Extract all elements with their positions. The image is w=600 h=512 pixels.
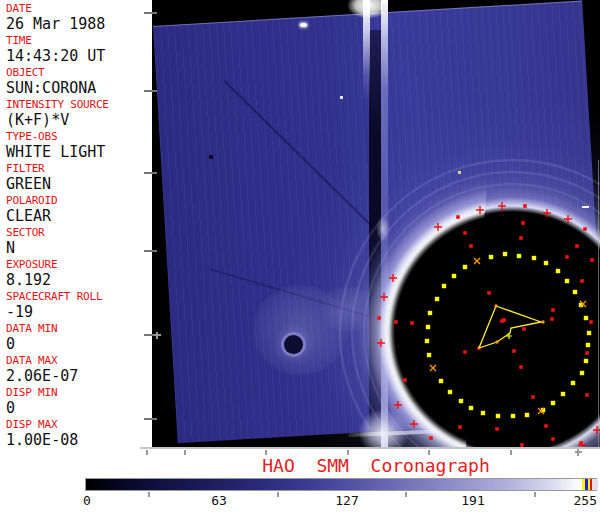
- field-value: -19: [6, 303, 152, 321]
- ring-marker-yellow: [503, 252, 507, 256]
- colorbar-tick-label: 0: [83, 494, 91, 508]
- field-value: 1.00E-08: [6, 431, 152, 449]
- fiducial-plus-red: [564, 215, 572, 223]
- star-marker-red: [550, 317, 554, 321]
- colorbar-tick-label: 63: [204, 494, 234, 508]
- metadata-field: SPACECRAFT ROLL-19: [6, 290, 152, 322]
- star-marker-red: [590, 258, 594, 262]
- ring-marker-yellow: [584, 316, 588, 320]
- colorbar-tick-label: 191: [455, 494, 491, 508]
- star-marker-red: [523, 204, 527, 208]
- field-value: N: [6, 239, 152, 257]
- ring-marker-yellow: [428, 311, 432, 315]
- star-marker-red: [403, 378, 407, 382]
- field-value: WHITE LIGHT: [6, 143, 152, 161]
- star-marker-red: [463, 231, 467, 235]
- fiducial-plus-red: [380, 293, 388, 301]
- star-marker-red: [410, 321, 414, 325]
- field-value: 26 Mar 1988: [6, 15, 152, 33]
- ring-marker-yellow: [580, 371, 584, 375]
- diffraction-ring: [364, 184, 600, 447]
- yellow-plus-marker: [506, 333, 512, 339]
- star-marker-red: [429, 436, 433, 440]
- field-label: DISP MIN: [6, 386, 152, 399]
- ring-marker-yellow: [425, 339, 429, 343]
- field-label: INTENSITY SOURCE: [6, 98, 152, 111]
- colorbar-tick-label: 255: [567, 494, 597, 508]
- intensity-colorbar: [85, 478, 597, 491]
- metadata-panel: DATE26 Mar 1988TIME14:43:20 UTOBJECTSUN:…: [6, 2, 152, 449]
- metadata-field: DATA MIN0: [6, 322, 152, 354]
- field-label: TYPE-OBS: [6, 130, 152, 143]
- star-marker-red: [519, 236, 523, 240]
- star-marker-red: [495, 427, 499, 431]
- field-value: (K+F)*V: [6, 111, 152, 129]
- field-label: FILTER: [6, 162, 152, 175]
- star-marker-red: [456, 215, 460, 219]
- star-marker-red: [580, 279, 584, 283]
- star-marker-red: [458, 425, 462, 429]
- ring-marker-yellow: [496, 414, 500, 418]
- ring-marker-yellow: [587, 331, 591, 335]
- left-axis-tick: [144, 12, 157, 14]
- field-label: EXPOSURE: [6, 258, 152, 271]
- left-axis-tick: [144, 90, 157, 92]
- star-marker-red: [512, 349, 516, 353]
- star-marker-red: [487, 291, 491, 295]
- star-marker-red: [565, 255, 569, 259]
- star-marker-red: [521, 221, 525, 225]
- field-value: 2.06E-07: [6, 367, 152, 385]
- ring-marker-yellow: [556, 269, 560, 273]
- metadata-field: DISP MAX1.00E-08: [6, 418, 152, 450]
- ring-marker-yellow: [525, 413, 529, 417]
- ring-marker-yellow: [489, 255, 493, 259]
- star-marker-red: [531, 395, 535, 399]
- metadata-field: POLAROIDCLEAR: [6, 194, 152, 226]
- image-title: HAO SMM Coronagraph: [152, 455, 600, 476]
- fiducial-plus-red: [394, 401, 402, 409]
- field-value: GREEN: [6, 175, 152, 193]
- field-label: DATE: [6, 2, 152, 15]
- annotation-overlay: [152, 0, 600, 447]
- star-marker-red: [469, 244, 473, 248]
- metadata-field: DATA MAX2.06E-07: [6, 354, 152, 386]
- fiducial-plus-red: [498, 202, 506, 210]
- field-label: DISP MAX: [6, 418, 152, 431]
- star-marker-red: [463, 350, 467, 354]
- ring-marker-yellow: [532, 256, 536, 260]
- marker-orange-x: [474, 258, 480, 264]
- field-value: 0: [6, 335, 152, 353]
- ring-marker-yellow: [427, 353, 431, 357]
- fiducial-plus-red: [377, 339, 385, 347]
- bottom-axis-tick: [265, 450, 267, 455]
- ring-marker-yellow: [573, 290, 577, 294]
- field-value: CLEAR: [6, 207, 152, 225]
- star-marker-red: [522, 327, 526, 331]
- field-label: POLAROID: [6, 194, 152, 207]
- ring-marker-yellow: [517, 254, 521, 258]
- star-marker-red: [589, 320, 593, 324]
- star-marker-red: [544, 424, 548, 428]
- colorbar-mid-tick: [148, 492, 150, 497]
- colorbar-mid-tick: [277, 492, 279, 497]
- field-label: OBJECT: [6, 66, 152, 79]
- fiducial-plus-red: [593, 426, 600, 434]
- left-axis-tick: [144, 418, 157, 420]
- bottom-axis-tick: [146, 450, 148, 455]
- field-value: 0: [6, 399, 152, 417]
- ring-marker-yellow: [565, 279, 569, 283]
- ring-marker-yellow: [448, 390, 452, 394]
- field-label: SECTOR: [6, 226, 152, 239]
- bottom-axis-tick: [184, 450, 186, 455]
- marker-orange-x: [430, 365, 436, 371]
- metadata-field: SECTORN: [6, 226, 152, 258]
- ring-marker-yellow: [571, 381, 575, 385]
- left-axis-tick: [144, 250, 157, 252]
- bottom-axis-tick: [510, 450, 512, 455]
- left-axis-tick: [144, 172, 157, 174]
- metadata-field: TYPE-OBSWHITE LIGHT: [6, 130, 152, 162]
- polygon-annotation: [479, 306, 541, 348]
- field-value: 14:43:20 UT: [6, 47, 152, 65]
- polygon-vertex-dot: [541, 320, 544, 323]
- colorbar-end-cap: [592, 479, 598, 490]
